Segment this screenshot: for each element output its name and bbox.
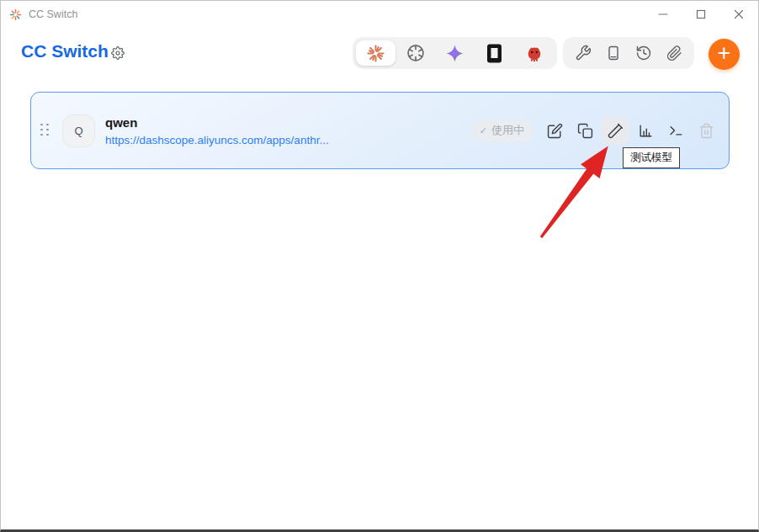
wrench-icon: [575, 45, 592, 61]
test-tube-icon: [608, 123, 624, 139]
bar-chart-icon: [638, 123, 654, 139]
history-icon: [635, 45, 652, 61]
drag-handle-icon[interactable]: [40, 124, 50, 138]
test-model-button[interactable]: [601, 116, 629, 145]
minimize-icon: [658, 9, 668, 19]
check-icon: ✓: [480, 125, 487, 136]
in-use-badge-label: 使用中: [491, 123, 524, 138]
trash-icon: [698, 123, 714, 139]
avatar-letter: Q: [74, 125, 82, 137]
config-wrench-button[interactable]: [568, 40, 598, 66]
provider-url-link[interactable]: https://dashscope.aliyuncs.com/apps/anth…: [105, 134, 329, 146]
red-bug-icon: [525, 44, 544, 62]
titlebar: CC Switch: [1, 1, 758, 28]
titlebar-app-title: CC Switch: [29, 8, 77, 20]
tooltip: 测试模型: [623, 147, 680, 168]
tablet-icon: [605, 45, 622, 61]
paperclip-icon: [666, 45, 682, 61]
avatar: Q: [62, 114, 95, 147]
close-button[interactable]: [719, 2, 757, 26]
device-tablet-button[interactable]: [598, 40, 629, 66]
terminal-button[interactable]: [661, 116, 690, 145]
utility-tab-strip: [563, 37, 694, 69]
settings-gear-icon: [111, 46, 125, 60]
openai-icon: [406, 44, 425, 62]
provider-info: qwen https://dashscope.aliyuncs.com/apps…: [105, 115, 329, 146]
window-controls: [644, 2, 757, 26]
usage-chart-button[interactable]: [631, 116, 660, 145]
claude-starburst-icon: [366, 44, 385, 63]
add-provider-button[interactable]: +: [709, 39, 740, 70]
delete-button[interactable]: [692, 116, 720, 145]
settings-button[interactable]: [111, 46, 125, 60]
copy-button[interactable]: [571, 116, 599, 145]
tab-openai[interactable]: [395, 40, 435, 66]
attachment-button[interactable]: [659, 40, 689, 66]
minimize-button[interactable]: [644, 2, 682, 26]
provider-tab-strip: [353, 37, 557, 69]
history-button[interactable]: [629, 40, 659, 66]
plus-icon: +: [718, 42, 731, 65]
red-annotation-arrow: [1, 1, 759, 532]
tab-red-provider[interactable]: [514, 40, 554, 66]
close-icon: [734, 9, 744, 19]
codex-terminal-icon: [485, 44, 504, 63]
app-window: CC Switch CC Switch: [0, 0, 759, 532]
page-title: CC Switch: [21, 41, 109, 61]
gemini-icon: [445, 44, 464, 63]
maximize-icon: [696, 9, 706, 19]
copy-icon: [577, 123, 593, 139]
edit-icon: [547, 123, 563, 139]
tab-codex[interactable]: [475, 40, 514, 66]
tab-claude[interactable]: [356, 40, 395, 66]
terminal-icon: [668, 123, 684, 139]
tooltip-label: 测试模型: [630, 152, 672, 163]
maximize-button[interactable]: [682, 2, 719, 26]
in-use-badge[interactable]: ✓ 使用中: [470, 120, 533, 142]
app-starburst-icon: [9, 8, 22, 21]
edit-button[interactable]: [540, 116, 569, 145]
provider-name: qwen: [105, 115, 329, 130]
tab-gemini[interactable]: [435, 40, 475, 66]
